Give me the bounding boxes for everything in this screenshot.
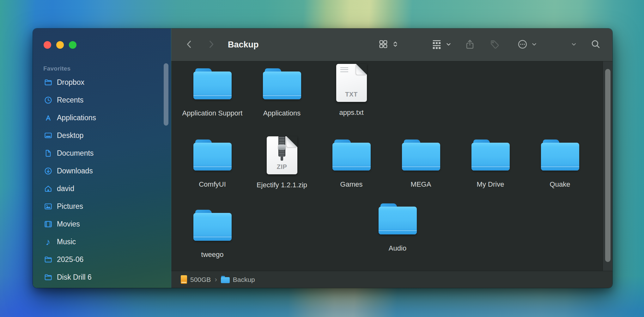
path-segment-500gb[interactable]: 500GB (181, 275, 211, 284)
folder-icon (221, 276, 230, 283)
sidebar-item-label: Applications (57, 114, 96, 122)
external-drive-icon (181, 275, 187, 284)
chevrons-up-down-icon (392, 40, 399, 50)
sidebar-item-label: Recents (57, 96, 83, 104)
desktop-icon (43, 131, 53, 140)
sidebar-item-dropbox[interactable]: Dropbox (33, 73, 171, 91)
back-button[interactable] (184, 28, 195, 61)
file-item-audio[interactable]: Audio (366, 203, 429, 252)
file-name-label: apps.txt (339, 108, 363, 117)
folder-icon (379, 203, 417, 234)
toolbar-overflow-button[interactable] (570, 28, 577, 61)
file-item-apps-txt[interactable]: TXTapps.txt (320, 64, 383, 117)
sidebar-item-label: Disk Drill 6 (57, 273, 92, 282)
grid-view-icon (379, 39, 388, 50)
folder-icon (193, 210, 232, 241)
file-item-quake[interactable]: Quake (528, 140, 592, 189)
file-item-applications[interactable]: Applications (250, 68, 313, 117)
file-name-label: tweego (201, 250, 224, 259)
close-button[interactable] (44, 41, 51, 49)
path-bar: 500GB›Backup (171, 271, 612, 288)
text-file-icon: TXT (336, 64, 367, 102)
sidebar-item-movies[interactable]: Movies (33, 215, 171, 233)
sidebar-item-david[interactable]: david (33, 180, 171, 197)
folder-icon (402, 140, 440, 171)
page-fold (287, 136, 297, 147)
window-title: Backup (228, 28, 259, 61)
sidebar-item-label: david (57, 184, 74, 193)
sidebar-item-music[interactable]: ♪Music (33, 233, 171, 251)
sidebar-item-disk-drill-6[interactable]: Disk Drill 6 (33, 268, 171, 286)
path-separator: › (215, 276, 217, 284)
group-by-button[interactable] (432, 28, 452, 61)
ellipsis-circle-icon (517, 39, 528, 51)
file-name-label: My Drive (477, 180, 504, 189)
movies-icon (43, 219, 53, 229)
share-icon (465, 39, 475, 51)
sidebar-item-label: Movies (57, 220, 80, 228)
chevron-right-icon (206, 39, 216, 51)
sidebar-item-label: Documents (57, 149, 94, 158)
forward-button[interactable] (206, 28, 216, 61)
pictures-icon (43, 202, 53, 211)
sidebar-item-label: Music (57, 238, 76, 246)
search-button[interactable] (591, 28, 601, 61)
file-browser-content: Application SupportApplicationsTXTapps.t… (171, 61, 612, 271)
file-item-comfyui[interactable]: ComfyUI (181, 140, 244, 189)
file-name-label: Applications (263, 109, 301, 117)
chevron-down-icon (445, 41, 452, 49)
sidebar-item-2025-06[interactable]: 2025-06 (33, 251, 171, 268)
file-item-my-drive[interactable]: My Drive (459, 140, 522, 189)
sidebar-item-downloads[interactable]: Downloads (33, 162, 171, 180)
home-icon (43, 184, 53, 193)
file-name-label: Application Support (182, 109, 243, 117)
file-item-ejectify-1-2-1-zip[interactable]: ZIPEjectify 1.2.1.zip (250, 136, 313, 189)
scrollbar-thumb[interactable] (605, 69, 611, 262)
more-actions-button[interactable] (517, 28, 538, 61)
sidebar-item-label: 2025-06 (57, 255, 83, 264)
file-type-badge: TXT (336, 91, 367, 98)
tag-button[interactable] (489, 28, 500, 61)
folder-icon (43, 255, 53, 264)
minimize-button[interactable] (56, 41, 64, 49)
sidebar-favorites-list: DropboxRecentsApplicationsDesktopDocumen… (33, 73, 171, 286)
folder-icon (332, 140, 371, 171)
appstore-icon (43, 113, 53, 122)
scrollbar-track[interactable] (603, 61, 612, 271)
path-segment-label: Backup (233, 276, 255, 283)
file-item-mega[interactable]: MEGA (389, 140, 453, 189)
finder-sidebar: Favorites DropboxRecentsApplicationsDesk… (33, 28, 171, 288)
sidebar-item-desktop[interactable]: Desktop (33, 127, 171, 144)
page-fold (356, 64, 367, 75)
finder-toolbar: Backup (171, 28, 612, 61)
chevron-left-icon (184, 39, 195, 51)
clock-icon (43, 95, 53, 105)
sidebar-item-recents[interactable]: Recents (33, 91, 171, 109)
file-item-tweego[interactable]: tweego (181, 210, 244, 259)
chevron-down-icon (570, 41, 577, 49)
zip-file-icon: ZIP (267, 136, 297, 174)
file-name-label: MEGA (411, 180, 431, 189)
zoom-button[interactable] (69, 41, 76, 49)
sidebar-section-favorites: Favorites (43, 65, 70, 72)
file-name-label: ComfyUI (199, 180, 226, 189)
sidebar-item-label: Downloads (57, 167, 93, 175)
sidebar-item-pictures[interactable]: Pictures (33, 197, 171, 215)
file-name-label: Games (340, 180, 363, 189)
path-segment-backup[interactable]: Backup (221, 276, 255, 283)
folder-icon (541, 140, 579, 171)
file-item-games[interactable]: Games (320, 140, 383, 189)
folder-icon (263, 68, 301, 99)
sidebar-item-documents[interactable]: Documents (33, 144, 171, 162)
path-segment-label: 500GB (190, 276, 211, 283)
sidebar-item-label: Desktop (57, 131, 83, 140)
folder-icon (193, 140, 232, 171)
file-item-application-support[interactable]: Application Support (181, 68, 244, 117)
share-button[interactable] (465, 28, 475, 61)
view-mode-button[interactable] (379, 28, 399, 61)
sidebar-scrollbar-thumb[interactable] (164, 63, 168, 126)
folder-icon (193, 68, 232, 99)
sidebar-item-applications[interactable]: Applications (33, 109, 171, 127)
document-icon (43, 148, 53, 158)
folder-icon (471, 140, 510, 171)
